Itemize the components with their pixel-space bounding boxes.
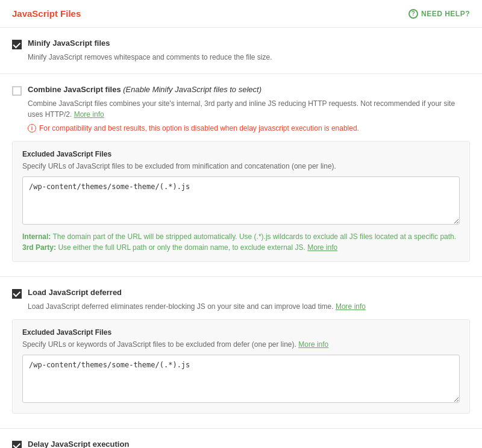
page-header: JavaScript Files ? NEED HELP? [0, 0, 482, 28]
info-circle-icon: i [28, 124, 36, 132]
help-link[interactable]: ? NEED HELP? [408, 9, 470, 19]
combine-more-link[interactable]: More info [74, 110, 104, 119]
defer-more-link[interactable]: More info [336, 302, 366, 311]
delay-header: Delay JavaScript execution [12, 440, 470, 448]
help-label: NEED HELP? [421, 10, 470, 18]
combine-checkbox-wrapper[interactable] [12, 86, 22, 96]
defer-header: Load JavaScript deferred [12, 288, 470, 299]
defer-desc: Load JavaScript deferred eliminates rend… [28, 301, 470, 312]
minify-title: Minify JavaScript files [28, 39, 110, 48]
combine-sub-section: Excluded JavaScript Files Specify URLs o… [12, 141, 470, 262]
defer-sub-title: Excluded JavaScript Files [22, 328, 460, 337]
delay-section: Delay JavaScript execution Improves perf… [0, 429, 482, 448]
combine-field-notes: Internal: The domain part of the URL wil… [22, 231, 460, 253]
defer-checkbox[interactable] [12, 289, 22, 299]
combine-section: Combine JavaScript files (Enable Minify … [0, 74, 482, 277]
defer-title: Load JavaScript deferred [28, 288, 122, 297]
minify-desc: Minify JavaScript removes whitespace and… [28, 52, 470, 63]
page-wrapper: JavaScript Files ? NEED HELP? Minify Jav… [0, 0, 482, 448]
combine-excluded-textarea[interactable]: /wp-content/themes/some-theme/(.*).js [22, 176, 460, 225]
combine-note-internal: Internal: The domain part of the URL wil… [22, 231, 460, 242]
defer-sub-more-link[interactable]: More info [298, 340, 328, 349]
defer-sub-section: Excluded JavaScript Files Specify URLs o… [12, 319, 470, 414]
combine-title: Combine JavaScript files (Enable Minify … [28, 85, 261, 94]
delay-title: Delay JavaScript execution [28, 440, 129, 448]
combine-sub-desc: Specify URLs of JavaScript files to be e… [22, 161, 460, 172]
defer-checkbox-wrapper[interactable] [12, 289, 22, 299]
minify-section: Minify JavaScript files Minify JavaScrip… [0, 28, 482, 74]
minify-checkbox-wrapper[interactable] [12, 40, 22, 49]
minify-checkbox[interactable] [12, 40, 22, 49]
combine-checkbox[interactable] [12, 86, 22, 96]
delay-checkbox[interactable] [12, 441, 22, 448]
combine-compat-notice: i For compatibility and best results, th… [28, 123, 470, 134]
page-title: JavaScript Files [12, 8, 81, 19]
help-icon: ? [408, 9, 418, 19]
3rdparty-more-link[interactable]: More info [307, 243, 337, 252]
main-content: Minify JavaScript files Minify JavaScrip… [0, 28, 482, 448]
combine-header: Combine JavaScript files (Enable Minify … [12, 85, 470, 96]
delay-checkbox-wrapper[interactable] [12, 441, 22, 448]
defer-excluded-textarea[interactable]: /wp-content/themes/some-theme/(.*).js [22, 355, 460, 403]
minify-header: Minify JavaScript files [12, 39, 470, 49]
defer-sub-desc: Specify URLs or keywords of JavaScript f… [22, 339, 460, 350]
combine-desc: Combine JavaScript files combines your s… [28, 98, 470, 120]
defer-section: Load JavaScript deferred Load JavaScript… [0, 277, 482, 429]
combine-note-3rdparty: 3rd Party: Use either the full URL path … [22, 242, 460, 253]
combine-sub-title: Excluded JavaScript Files [22, 150, 460, 158]
